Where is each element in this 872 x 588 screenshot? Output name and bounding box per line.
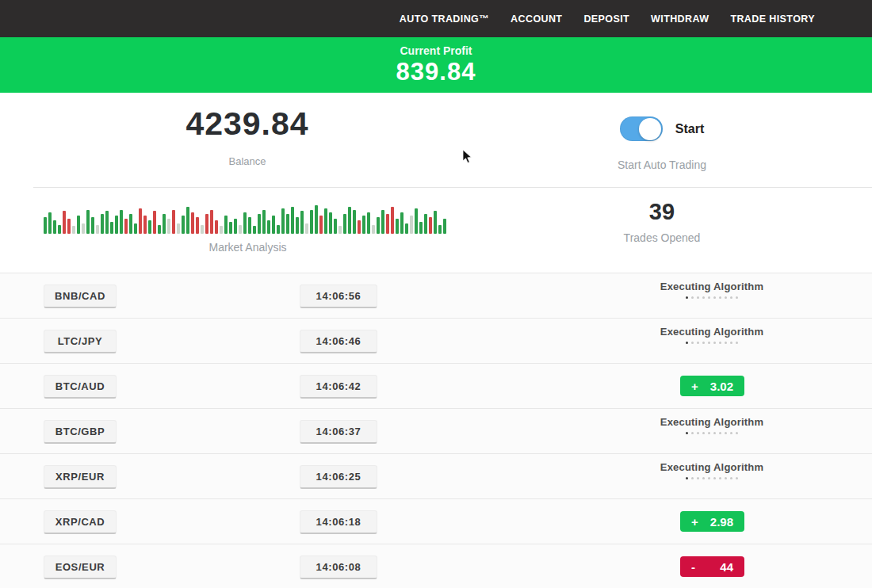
progress-dot: [686, 432, 688, 434]
market-bar: [205, 214, 208, 234]
market-bar: [358, 220, 361, 234]
market-bar: [191, 212, 194, 234]
progress-dot: [708, 296, 710, 299]
progress-dot: [691, 296, 694, 299]
progress-dot: [736, 432, 738, 434]
market-bar: [419, 222, 423, 234]
market-bar: [96, 225, 99, 234]
balance-caption: Balance: [33, 155, 461, 167]
progress-dot: [686, 296, 688, 299]
market-bar: [163, 214, 166, 234]
progress-dots: [601, 477, 823, 479]
progress-dot: [736, 342, 738, 344]
market-bar: [53, 220, 56, 234]
market-bar: [343, 214, 346, 234]
progress-dot: [725, 477, 727, 479]
market-bar: [381, 210, 384, 234]
executing-algorithm-label: Executing Algorithm: [601, 281, 823, 292]
market-bar: [177, 223, 180, 234]
time-chip: 14:06:25: [300, 465, 377, 489]
table-row: BTC/AUD14:06:42+3.02: [0, 363, 872, 408]
result-sign: +: [691, 380, 698, 393]
executing-algorithm-label: Executing Algorithm: [601, 461, 823, 473]
progress-dot: [730, 296, 732, 299]
market-bar: [305, 223, 308, 234]
market-bar: [224, 216, 228, 234]
progress-dot: [702, 342, 705, 344]
market-bar: [44, 217, 47, 234]
market-bar: [239, 225, 242, 234]
executing-algorithm-label: Executing Algorithm: [601, 326, 823, 338]
market-bar: [324, 208, 327, 234]
market-bar: [115, 216, 118, 234]
pair-chip: BNB/CAD: [44, 284, 117, 308]
market-bar: [105, 211, 109, 234]
nav-item-auto-trading[interactable]: AUTO TRADING™: [400, 13, 489, 25]
market-bar: [348, 207, 351, 234]
market-bar: [434, 211, 437, 234]
market-bar: [182, 216, 185, 234]
result-sign: -: [691, 560, 695, 574]
result-value: 3.02: [710, 380, 733, 393]
progress-dot: [708, 342, 710, 344]
market-bar: [124, 219, 128, 234]
profit-badge: +3.02: [680, 376, 744, 396]
progress-dot: [702, 432, 705, 434]
progress-dots: [601, 296, 823, 299]
market-bar: [58, 225, 61, 234]
market-bar: [424, 214, 427, 234]
trades-opened-box: 39 Trades Opened: [491, 199, 832, 244]
progress-dots: [601, 342, 823, 344]
market-bar: [410, 216, 413, 234]
market-bar: [153, 211, 156, 234]
market-bar: [72, 226, 75, 234]
executing-status-cell: Executing Algorithm: [601, 461, 823, 479]
nav-item-withdraw[interactable]: WITHDRAW: [651, 13, 709, 25]
market-bar: [329, 212, 332, 234]
progress-dot: [725, 432, 727, 434]
market-bar: [319, 216, 323, 234]
market-bar: [134, 223, 137, 234]
progress-dot: [691, 477, 694, 479]
start-toggle[interactable]: [620, 116, 663, 141]
progress-dot: [719, 477, 721, 479]
pair-chip: LTC/JPY: [44, 330, 117, 353]
executing-status-cell: Executing Algorithm: [601, 281, 823, 299]
market-bar: [82, 223, 85, 234]
market-bar: [172, 210, 175, 234]
market-bar: [367, 212, 370, 234]
progress-dot: [713, 342, 716, 344]
progress-dot: [730, 432, 732, 434]
market-bar: [281, 208, 285, 234]
progress-dot: [697, 342, 699, 344]
market-analysis-box: Market Analysis: [44, 202, 452, 254]
market-bar: [234, 219, 237, 234]
progress-dot: [719, 296, 721, 299]
nav-item-account[interactable]: ACCOUNT: [511, 13, 562, 25]
nav-item-deposit[interactable]: DEPOSIT: [583, 13, 629, 25]
progress-dot: [697, 296, 699, 299]
market-bar: [67, 219, 71, 234]
time-chip: 14:06:37: [300, 420, 377, 444]
progress-dot: [702, 477, 705, 479]
market-bar: [272, 216, 275, 234]
auto-trading-toggle-box: Start Start Auto Trading: [491, 116, 832, 171]
table-row: BNB/CAD14:06:56Executing Algorithm: [0, 273, 872, 318]
market-bar: [415, 208, 418, 234]
progress-dot: [697, 477, 699, 479]
nav-item-trade-history[interactable]: TRADE HISTORY: [730, 13, 815, 25]
progress-dot: [730, 342, 732, 344]
market-bar: [120, 210, 123, 234]
pair-chip: XRP/EUR: [44, 465, 117, 489]
market-bar: [139, 208, 142, 234]
top-nav: AUTO TRADING™ACCOUNTDEPOSITWITHDRAWTRADE…: [0, 0, 872, 37]
market-bar: [362, 216, 365, 234]
market-bar: [148, 220, 151, 234]
market-bar: [186, 207, 189, 234]
market-bar: [310, 210, 313, 234]
progress-dot: [691, 342, 694, 344]
market-bar: [258, 214, 261, 234]
market-bar: [253, 226, 256, 234]
table-row: BTC/GBP14:06:37Executing Algorithm: [0, 408, 872, 453]
market-bar: [372, 225, 375, 234]
